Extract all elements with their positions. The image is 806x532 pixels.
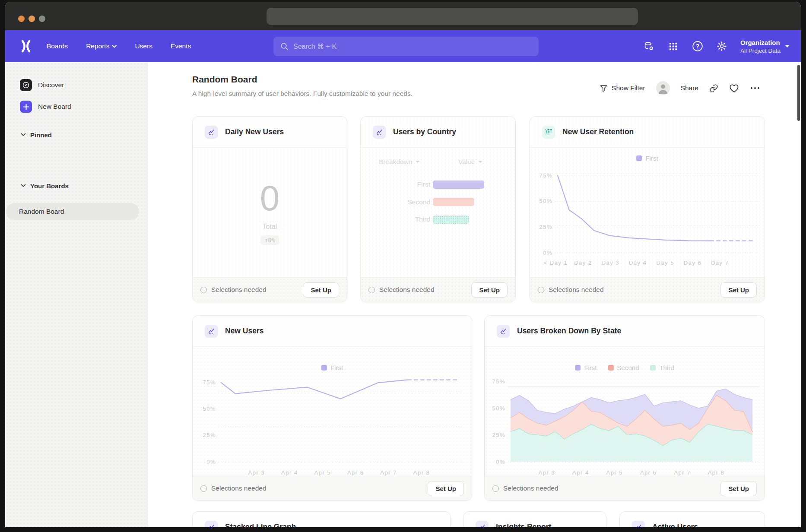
line-chart-icon: [373, 126, 386, 139]
nav-item-reports[interactable]: Reports: [86, 42, 117, 50]
svg-text:75%: 75%: [203, 379, 216, 386]
chart-legend: First: [193, 364, 472, 371]
page-title: Random Board: [192, 74, 257, 85]
svg-text:0%: 0%: [496, 459, 505, 465]
show-filter-button[interactable]: Show Filter: [600, 84, 645, 92]
navbar-right: ? Organization All Project Data: [644, 30, 790, 62]
scrollbar-thumb[interactable]: [797, 65, 800, 121]
status-text: Selections needed: [379, 286, 435, 294]
status-circle-icon: [538, 287, 544, 293]
card-new-users: New Users First 75%50%25%0%Apr 3Apr 4Apr…: [192, 315, 472, 501]
status-circle-icon: [200, 287, 207, 293]
data-management-icon[interactable]: [644, 41, 655, 52]
minimize-window-icon[interactable]: [29, 16, 35, 22]
country-row: Second: [361, 198, 515, 206]
nav-item-boards[interactable]: Boards: [47, 42, 68, 50]
svg-text:Apr 7: Apr 7: [380, 469, 397, 476]
set-up-button[interactable]: Set Up: [720, 481, 757, 496]
svg-text:?: ?: [696, 43, 700, 50]
value-dropdown[interactable]: Value: [458, 158, 482, 166]
chevron-down-icon: [785, 45, 790, 48]
metric-label: Total: [263, 223, 277, 231]
app-window: Boards Reports Users Events Search ⌘ + K: [5, 2, 801, 527]
svg-text:< Day 1: < Day 1: [544, 260, 568, 266]
browser-url-bar[interactable]: [267, 8, 638, 25]
favorite-heart-icon[interactable]: [729, 84, 739, 93]
help-icon[interactable]: ?: [692, 41, 703, 52]
svg-text:25%: 25%: [203, 432, 216, 438]
set-up-button[interactable]: Set Up: [471, 282, 508, 298]
card-users-by-state: Users Broken Down By State FirstSecondTh…: [484, 315, 765, 501]
share-button[interactable]: Share: [681, 84, 698, 92]
compass-icon: [20, 79, 32, 91]
card-title: Users by Country: [393, 127, 456, 136]
close-window-icon[interactable]: [18, 16, 25, 22]
set-up-button[interactable]: Set Up: [720, 282, 757, 298]
line-chart-icon: [476, 521, 489, 528]
top-navbar: Boards Reports Users Events Search ⌘ + K: [5, 30, 801, 62]
svg-text:25%: 25%: [492, 432, 505, 438]
chevron-down-icon: [478, 161, 482, 163]
sidebar: Discover New Board Pinned Random Board Y…: [5, 62, 148, 527]
fullscreen-window-icon[interactable]: [39, 16, 45, 22]
card-title: Stacked Line Graph: [225, 522, 296, 527]
sidebar-section-your-boards[interactable]: Your Boards: [21, 180, 69, 191]
line-chart-icon: [632, 521, 645, 528]
svg-text:Apr 6: Apr 6: [347, 469, 364, 476]
card-users-by-country: Users by Country Breakdown Value FirstSe…: [360, 116, 516, 302]
more-options-icon[interactable]: [750, 86, 760, 90]
card-new-user-retention: New User Retention First 75%50%25%0%< Da…: [530, 116, 765, 302]
retention-grid-icon: [542, 126, 555, 139]
svg-text:Day 7: Day 7: [711, 260, 729, 266]
primary-nav: Boards Reports Users Events: [47, 30, 191, 62]
svg-text:0%: 0%: [543, 250, 552, 256]
sidebar-item-random-board[interactable]: Random Board: [6, 203, 139, 220]
svg-text:Day 5: Day 5: [656, 260, 674, 266]
metric-value: 0: [260, 180, 280, 216]
svg-text:75%: 75%: [539, 172, 552, 179]
svg-text:Apr 5: Apr 5: [606, 469, 623, 476]
plus-icon: [20, 101, 32, 113]
svg-text:Apr 8: Apr 8: [413, 469, 430, 476]
search-icon: [280, 42, 289, 51]
svg-text:Apr 3: Apr 3: [539, 469, 555, 476]
copy-link-icon[interactable]: [709, 84, 718, 93]
svg-text:Apr 6: Apr 6: [640, 469, 657, 476]
settings-gear-icon[interactable]: [716, 41, 727, 52]
search-input[interactable]: Search ⌘ + K: [273, 37, 539, 56]
org-name: Organization: [740, 39, 781, 46]
chevron-down-icon: [21, 184, 26, 187]
mixpanel-logo[interactable]: [19, 39, 33, 53]
card-title: Daily New Users: [225, 127, 284, 136]
person-icon: [656, 81, 670, 95]
state-area-chart: 75%50%25%0%Apr 3Apr 4Apr 5Apr 6Apr 7Apr …: [492, 373, 759, 479]
svg-text:Day 3: Day 3: [602, 260, 619, 266]
nav-item-events[interactable]: Events: [171, 42, 191, 50]
search-placeholder: Search ⌘ + K: [293, 42, 336, 51]
line-chart-icon: [205, 126, 218, 139]
org-switcher[interactable]: Organization All Project Data: [740, 39, 790, 54]
sidebar-section-pinned[interactable]: Pinned: [21, 130, 52, 140]
card-title: Active Users: [652, 522, 698, 527]
svg-text:Apr 4: Apr 4: [572, 469, 589, 476]
chevron-down-icon: [416, 161, 420, 163]
chart-legend: FirstSecondThird: [485, 364, 765, 371]
set-up-button[interactable]: Set Up: [303, 282, 339, 298]
card-title: Insights Report: [496, 522, 551, 527]
avatar[interactable]: [656, 81, 670, 95]
sidebar-item-discover[interactable]: Discover: [20, 78, 64, 92]
funnel-icon: [600, 84, 608, 92]
card-active-users: Active Users: [619, 511, 765, 527]
board-main: Random Board A high-level summary of use…: [148, 62, 801, 527]
chevron-down-icon: [112, 45, 117, 48]
status-circle-icon: [200, 485, 207, 492]
page-subtitle: A high-level summary of user behaviors. …: [192, 90, 413, 98]
svg-text:75%: 75%: [492, 378, 505, 385]
svg-text:Apr 7: Apr 7: [674, 469, 691, 476]
apps-grid-icon[interactable]: [668, 41, 679, 52]
sidebar-item-new-board[interactable]: New Board: [20, 99, 71, 114]
breakdown-dropdown[interactable]: Breakdown: [379, 158, 420, 166]
retention-chart: 75%50%25%0%< Day 1Day 2Day 3Day 4Day 5Da…: [539, 165, 759, 269]
nav-item-users[interactable]: Users: [135, 42, 152, 50]
set-up-button[interactable]: Set Up: [428, 481, 464, 496]
